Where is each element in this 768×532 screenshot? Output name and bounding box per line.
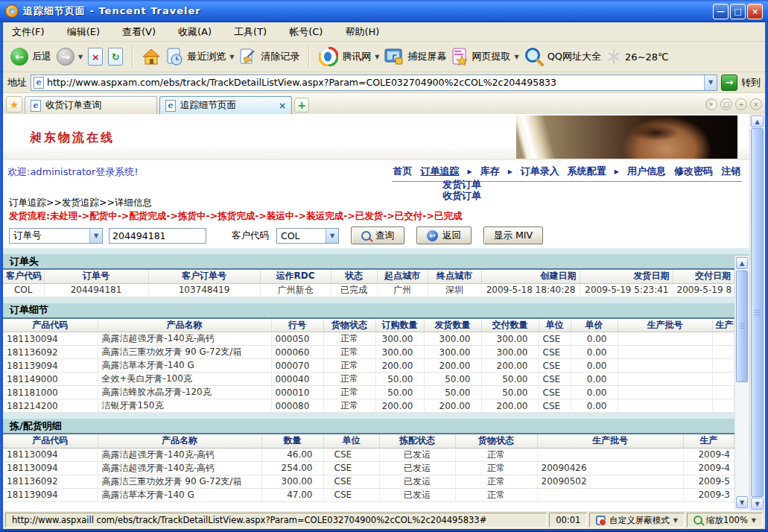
clear-label: 清除记录 (261, 50, 299, 63)
table-cell: CSE (323, 448, 379, 461)
qq-nav-button[interactable]: QQ网址大全 (524, 47, 601, 66)
inner-scrollbar[interactable]: ▲ ▼ (734, 256, 749, 510)
block-mode-button[interactable]: 自定义屏蔽模式 ▼ (589, 513, 685, 528)
favorites-button[interactable]: ★ (6, 96, 22, 113)
welcome-text: 欢迎:administrator登录系统! (7, 163, 139, 179)
subnav-item-shipping-orders[interactable]: 发货订单 (442, 180, 481, 190)
close-button[interactable]: × (747, 4, 763, 19)
toolbar-separator (132, 45, 133, 68)
forward-dropdown-icon[interactable]: ▼ (78, 54, 83, 60)
table-cell: 已发运 (379, 475, 455, 488)
menu-account[interactable]: 帐号(C) (289, 25, 323, 39)
scroll-up-button[interactable]: ▲ (751, 115, 764, 127)
table-row: 181214200洁银牙膏150克000080正常200.00200.00200… (3, 399, 734, 413)
zoom-button[interactable]: 缩放100% ▼ (687, 513, 763, 528)
table-cell: 300.00 (424, 346, 481, 359)
qq-nav-label: QQ网址大全 (548, 50, 601, 63)
menu-view[interactable]: 查看(V) (122, 25, 156, 39)
column-header: 货物状态 (323, 318, 375, 332)
table-cell: 181214200 (3, 399, 98, 413)
recent-dropdown-icon[interactable]: ▼ (229, 54, 234, 60)
add-tab-button[interactable]: + (294, 98, 309, 113)
return-button[interactable]: ↩ 返回 (416, 227, 472, 244)
recent-history-button[interactable]: 最近浏览 ▼ (165, 48, 234, 66)
table-cell: 高露洁三重功效牙膏 90 G-72支/箱 (98, 475, 261, 488)
address-input[interactable]: e http://www.aspxam.com/ebs/track/TrackD… (31, 75, 717, 91)
scrollbar-thumb[interactable] (751, 128, 764, 497)
go-label[interactable]: 转到 (741, 76, 761, 89)
order-number-input[interactable] (109, 228, 206, 244)
customer-code-label: 客户代码 (232, 229, 269, 242)
minimize-button[interactable]: — (713, 4, 729, 19)
section-gap (3, 297, 749, 303)
nav-item-inventory[interactable]: 库存 (480, 165, 500, 178)
go-button[interactable]: → (721, 75, 737, 91)
table-cell: 已发运 (379, 461, 455, 475)
chevron-down-icon[interactable]: ▼ (752, 517, 756, 524)
scroll-down-button[interactable]: ▼ (751, 498, 764, 510)
clear-records-button[interactable]: 清除记录 (239, 48, 299, 66)
table-cell: 高露洁三重功效牙膏 90 G-72支/箱 (98, 346, 271, 359)
table-cell: 181181000 (3, 386, 98, 399)
tab-close-icon[interactable]: × (279, 101, 286, 111)
customer-code-select[interactable]: COL ▼ (276, 228, 339, 244)
page-scrollbar[interactable]: ▲ ▼ (749, 114, 765, 511)
stop-button[interactable]: × (88, 48, 103, 66)
menu-tools[interactable]: 工具(T) (234, 25, 267, 39)
tab-pin-button[interactable]: + (735, 98, 747, 110)
tencent-site-button[interactable]: 腾讯网 ▼ (319, 47, 379, 66)
scroll-up-button[interactable]: ▲ (736, 257, 748, 269)
table-row: 181139094高露洁草本牙膏-140 G47.00CSE已发运正常2009-… (3, 488, 734, 501)
refresh-button[interactable]: ↻ (108, 48, 123, 66)
order-header-table: 客户代码订单号客户订单号运作RDC状态起点城市终点城市创建日期发货日期交付日期C… (3, 268, 734, 297)
chevron-down-icon[interactable]: ▼ (89, 229, 102, 243)
maximize-button[interactable]: □ (730, 4, 746, 19)
nav-item-user-info[interactable]: 用户信息 (627, 165, 666, 178)
subnav-item-receiving-orders[interactable]: 收货订单 (442, 191, 481, 201)
refresh-icon: ↻ (108, 48, 123, 66)
nav-item-home[interactable]: 首页 (393, 165, 413, 178)
tab-list-button[interactable]: » (705, 98, 717, 110)
breadcrumb: 订单追踪>>发货追踪>>详细信息 (3, 194, 749, 208)
back-button[interactable]: ← 后退 (10, 48, 51, 66)
nav-item-order-tracking[interactable]: 订单追踪 (421, 165, 460, 178)
address-url: http://www.aspxam.com/ebs/track/TrackDet… (47, 77, 701, 88)
menu-edit[interactable]: 编辑(E) (67, 25, 100, 39)
query-button[interactable]: 查询 (351, 227, 404, 244)
table-row: 181136092高露洁三重功效牙膏 90 G-72支/箱000060正常300… (3, 346, 734, 359)
tab-label: 收货订单查询 (45, 99, 151, 112)
table-cell: 2009-5 (683, 475, 734, 488)
tab-close-all-button[interactable]: × (750, 98, 762, 110)
home-button[interactable] (142, 48, 160, 65)
tab-receiving-order-query[interactable]: e 收货订单查询 (25, 96, 157, 114)
web-extract-button[interactable]: 网页提取 ▼ (451, 48, 518, 66)
capture-screen-button[interactable]: 捕捉屏幕 (384, 48, 446, 66)
tencent-dropdown-icon[interactable]: ▼ (375, 54, 379, 60)
column-header: 创建日期 (481, 269, 580, 283)
scrollbar-thumb[interactable] (736, 270, 748, 382)
nav-item-change-password[interactable]: 修改密码 (674, 165, 713, 178)
order-detail-section-bar: 订单细节 (3, 303, 749, 317)
table-cell: 200.00 (424, 359, 481, 373)
menu-favorites[interactable]: 收藏(A) (178, 25, 212, 39)
monitor-icon (384, 48, 404, 66)
weather-widget[interactable]: 26~28℃ (606, 48, 669, 66)
address-dropdown-button[interactable]: ▼ (704, 75, 717, 90)
nav-item-logout[interactable]: 注销 (721, 165, 740, 178)
chevron-down-icon[interactable]: ▼ (673, 517, 678, 524)
table-cell (712, 346, 734, 359)
menu-help[interactable]: 帮助(H) (345, 25, 379, 39)
order-field-select[interactable]: 订单号 ▼ (9, 228, 103, 244)
forward-button[interactable]: → ▼ (57, 48, 83, 66)
table-cell: 2009-5-18 18:40:28 (481, 283, 580, 297)
pick-detail-table: 产品代码产品名称数量单位拣配状态货物状态生产批号生产181130094高露洁超强… (3, 433, 734, 502)
scroll-down-button[interactable]: ▼ (736, 496, 748, 508)
extract-dropdown-icon[interactable]: ▼ (514, 54, 518, 60)
show-miv-button[interactable]: 显示 MIV (483, 227, 543, 244)
tab-restore-button[interactable]: □ (720, 98, 732, 110)
nav-item-system-config[interactable]: 系统配置 (568, 165, 606, 178)
tab-track-detail-page[interactable]: e 追踪细节页面 × (159, 96, 292, 114)
nav-item-order-entry[interactable]: 订单录入 (521, 165, 559, 178)
menu-file[interactable]: 文件(F) (12, 25, 45, 39)
chevron-down-icon[interactable]: ▼ (326, 229, 338, 243)
